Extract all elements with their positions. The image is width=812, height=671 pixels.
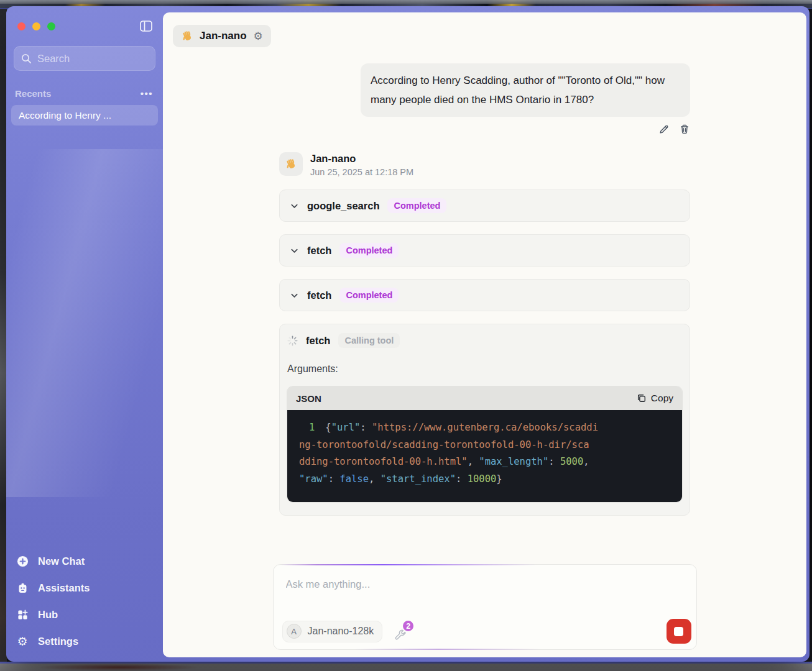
blocks-icon xyxy=(16,608,29,621)
wave-emoji-icon xyxy=(181,30,194,43)
sidebar-bottom-nav: New Chat Assistants Hub ⚙ Settings xyxy=(14,553,155,649)
message-actions xyxy=(279,124,690,135)
spinner-icon xyxy=(287,336,298,346)
copy-label: Copy xyxy=(651,393,673,404)
tool-call-card-running: fetch Calling tool Arguments: JSON Copy xyxy=(279,324,690,516)
arguments-label: Arguments: xyxy=(280,357,690,380)
desktop-wallpaper-bottom xyxy=(0,662,812,671)
tool-name: google_search xyxy=(307,200,379,212)
tool-call-toggle[interactable]: google_search Completed xyxy=(280,190,690,221)
minimize-window-button[interactable] xyxy=(32,22,40,30)
tool-call-card: fetch Completed xyxy=(279,279,690,311)
robot-icon xyxy=(16,582,29,594)
assistant-header: Jan-nano Jun 25, 2025 at 12:18 PM xyxy=(279,152,690,177)
sidebar-toggle-icon[interactable] xyxy=(139,20,153,32)
tool-call-card: google_search Completed xyxy=(279,189,690,222)
search-box xyxy=(14,46,155,71)
zoom-window-button[interactable] xyxy=(47,22,55,30)
sidebar-item-recent-chat[interactable]: According to Henry ... xyxy=(11,105,158,126)
copy-icon xyxy=(637,393,647,403)
code-language-label: JSON xyxy=(296,393,321,404)
new-chat-label: New Chat xyxy=(38,555,85,567)
hub-label: Hub xyxy=(38,609,58,621)
status-badge: Calling tool xyxy=(338,333,400,348)
tool-name: fetch xyxy=(307,290,331,301)
assistant-avatar xyxy=(279,152,303,176)
tool-call-toggle[interactable]: fetch Completed xyxy=(280,235,690,266)
chevron-down-icon xyxy=(290,291,299,300)
recents-more-icon[interactable]: ••• xyxy=(141,88,153,99)
assistants-label: Assistants xyxy=(38,582,90,594)
chat-thread: According to Henry Scadding, author of "… xyxy=(279,47,690,516)
chevron-down-icon xyxy=(290,201,299,211)
tool-call-toggle[interactable]: fetch Completed xyxy=(280,280,690,311)
tool-call-card: fetch Completed xyxy=(279,234,690,267)
tools-count-badge: 2 xyxy=(402,619,415,632)
status-badge: Completed xyxy=(339,288,399,303)
code-block: JSON Copy 1{"url": "https://www.gutenber… xyxy=(287,386,683,503)
sidebar: Recents ••• According to Henry ... New C… xyxy=(6,6,163,662)
recents-header: Recents ••• xyxy=(15,88,153,99)
recent-chat-label: According to Henry ... xyxy=(19,110,111,121)
sidebar-item-hub[interactable]: Hub xyxy=(14,606,155,623)
plus-circle-icon xyxy=(16,555,29,567)
window-controls xyxy=(17,22,55,30)
sidebar-item-new-chat[interactable]: New Chat xyxy=(14,553,155,569)
tool-name: fetch xyxy=(306,335,330,347)
model-selector[interactable]: A Jan-nano-128k xyxy=(282,621,383,642)
recents-label: Recents xyxy=(15,88,51,99)
chat-settings-gear-icon[interactable]: ⚙ xyxy=(254,31,263,42)
message-input[interactable] xyxy=(274,565,696,590)
edit-pencil-icon[interactable] xyxy=(658,124,670,135)
code-header: JSON Copy xyxy=(287,386,682,410)
chat-header-pill: Jan-nano ⚙ xyxy=(173,25,271,47)
assistant-timestamp: Jun 25, 2025 at 12:18 PM xyxy=(310,167,413,177)
tool-name: fetch xyxy=(307,245,331,257)
stop-square-icon xyxy=(674,627,683,636)
search-input[interactable] xyxy=(37,53,174,65)
chat-panel: Jan-nano ⚙ According to Henry Scadding, … xyxy=(163,12,806,657)
assistant-name: Jan-nano xyxy=(310,152,413,165)
sidebar-item-settings[interactable]: ⚙ Settings xyxy=(14,633,155,649)
tool-call-toggle[interactable]: fetch Calling tool xyxy=(280,324,690,357)
tools-indicator[interactable]: 2 xyxy=(394,621,412,642)
composer: A Jan-nano-128k 2 xyxy=(273,564,697,650)
sidebar-item-assistants[interactable]: Assistants xyxy=(14,580,155,596)
app-window: Recents ••• According to Henry ... New C… xyxy=(6,6,810,662)
chat-header: Jan-nano ⚙ xyxy=(163,12,806,47)
composer-toolbar: A Jan-nano-128k 2 xyxy=(282,619,691,644)
gear-icon: ⚙ xyxy=(16,635,29,647)
user-message-text: According to Henry Scadding, author of "… xyxy=(371,75,665,106)
model-name: Jan-nano-128k xyxy=(308,626,374,637)
delete-trash-icon[interactable] xyxy=(679,124,690,135)
close-window-button[interactable] xyxy=(17,22,25,30)
model-avatar: A xyxy=(287,624,302,639)
search-icon xyxy=(21,53,32,64)
stop-button[interactable] xyxy=(667,619,691,644)
code-content: 1{"url": "https://www.gutenberg.ca/ebook… xyxy=(287,410,682,502)
user-message-bubble: According to Henry Scadding, author of "… xyxy=(361,63,690,117)
status-badge: Completed xyxy=(387,198,446,213)
chat-title: Jan-nano xyxy=(200,30,247,42)
sidebar-titlebar xyxy=(14,6,155,46)
chevron-down-icon xyxy=(290,246,299,255)
status-badge: Completed xyxy=(339,243,399,258)
copy-button[interactable]: Copy xyxy=(637,393,673,404)
settings-label: Settings xyxy=(38,636,78,647)
